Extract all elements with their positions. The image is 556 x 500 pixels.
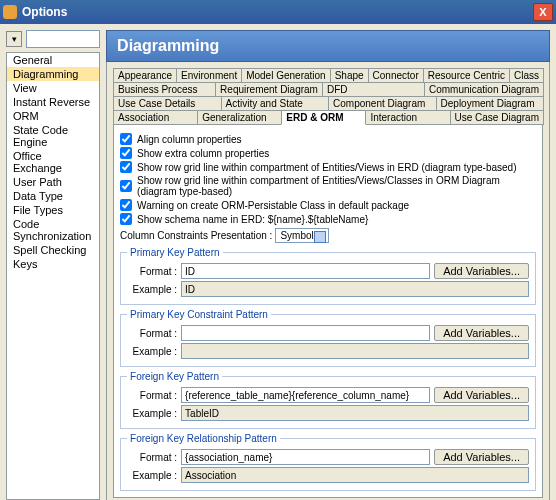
group-pk: Primary Key Pattern Format : Add Variabl… <box>120 247 536 305</box>
nav-item-data-type[interactable]: Data Type <box>7 189 99 203</box>
pkc-format-label: Format : <box>127 328 177 339</box>
chk-extra-label: Show extra column properties <box>137 148 269 159</box>
pk-example <box>181 281 529 297</box>
chk-grid-erd-label: Show row grid line within compartment of… <box>137 162 516 173</box>
nav-item-diagramming[interactable]: Diagramming <box>7 67 99 81</box>
nav-item-file-types[interactable]: File Types <box>7 203 99 217</box>
fkr-example-label: Example : <box>127 470 177 481</box>
tab-interaction[interactable]: Interaction <box>365 110 450 125</box>
group-fk: Foreign Key Pattern Format : Add Variabl… <box>120 371 536 429</box>
search-input[interactable] <box>26 30 100 48</box>
fkr-format-input[interactable] <box>181 449 430 465</box>
nav-item-user-path[interactable]: User Path <box>7 175 99 189</box>
tab-ucd[interactable]: Use Case Details <box>113 96 221 111</box>
pk-format-label: Format : <box>127 266 177 277</box>
title-bar: Options X <box>0 0 556 24</box>
window-title: Options <box>22 5 533 19</box>
pk-example-label: Example : <box>127 284 177 295</box>
group-fkr-legend: Foreign Key Relationship Pattern <box>127 433 280 444</box>
chk-grid-orm[interactable] <box>120 180 132 192</box>
pkc-format-input[interactable] <box>181 325 430 341</box>
fk-example <box>181 405 529 421</box>
chk-grid-orm-label: Show row grid line within compartment of… <box>137 175 536 197</box>
nav-item-instant-reverse[interactable]: Instant Reverse <box>7 95 99 109</box>
constraint-label: Column Constraints Presentation : <box>120 230 272 241</box>
nav-item-general[interactable]: General <box>7 53 99 67</box>
nav-item-view[interactable]: View <box>7 81 99 95</box>
tab-gen[interactable]: Generalization <box>197 110 282 125</box>
tab-comm[interactable]: Communication Diagram <box>424 82 544 97</box>
tab-bp[interactable]: Business Process <box>113 82 216 97</box>
chk-warn[interactable] <box>120 199 132 211</box>
tab-usecase[interactable]: Use Case Diagram <box>450 110 544 125</box>
app-icon <box>3 5 17 19</box>
tab-assoc[interactable]: Association <box>113 110 198 125</box>
tab-model-gen[interactable]: Model Generation <box>241 68 331 83</box>
pkc-example <box>181 343 529 359</box>
group-pk-legend: Primary Key Pattern <box>127 247 222 258</box>
chk-schema-label: Show schema name in ERD: ${name}.${table… <box>137 214 368 225</box>
tab-content: Align column properties Show extra colum… <box>113 124 543 498</box>
chk-warn-label: Warning on create ORM-Persistable Class … <box>137 200 409 211</box>
constraint-combo[interactable]: Symbol <box>275 228 328 243</box>
chk-schema[interactable] <box>120 213 132 225</box>
close-icon[interactable]: X <box>533 3 553 21</box>
tab-connector[interactable]: Connector <box>368 68 424 83</box>
chk-align-label: Align column properties <box>137 134 242 145</box>
page-title: Diagramming <box>106 30 550 62</box>
group-fkr: Foreign Key Relationship Pattern Format … <box>120 433 536 491</box>
fk-format-label: Format : <box>127 390 177 401</box>
pk-format-input[interactable] <box>181 263 430 279</box>
pkc-addvar-button[interactable]: Add Variables... <box>434 325 529 341</box>
tab-resource[interactable]: Resource Centric <box>423 68 510 83</box>
nav-item-state-code[interactable]: State Code Engine <box>7 123 99 149</box>
fkr-example <box>181 467 529 483</box>
tab-shape[interactable]: Shape <box>330 68 369 83</box>
tab-erd-orm[interactable]: ERD & ORM <box>281 110 366 125</box>
pkc-example-label: Example : <box>127 346 177 357</box>
tab-activity[interactable]: Activity and State <box>221 96 329 111</box>
tab-group: Appearance Environment Model Generation … <box>113 68 543 124</box>
expand-button[interactable]: ▾ <box>6 31 22 47</box>
chk-align[interactable] <box>120 133 132 145</box>
nav-item-spell[interactable]: Spell Checking <box>7 243 99 257</box>
fk-addvar-button[interactable]: Add Variables... <box>434 387 529 403</box>
tab-class[interactable]: Class <box>509 68 544 83</box>
sidebar: ▾ General Diagramming View Instant Rever… <box>6 30 100 500</box>
fk-example-label: Example : <box>127 408 177 419</box>
tab-component[interactable]: Component Diagram <box>328 96 436 111</box>
tab-appearance[interactable]: Appearance <box>113 68 177 83</box>
tab-deploy[interactable]: Deployment Diagram <box>436 96 544 111</box>
group-fk-legend: Foreign Key Pattern <box>127 371 222 382</box>
chk-extra[interactable] <box>120 147 132 159</box>
tab-dfd[interactable]: DFD <box>322 82 425 97</box>
group-pkc: Primary Key Constraint Pattern Format : … <box>120 309 536 367</box>
nav-item-orm[interactable]: ORM <box>7 109 99 123</box>
tab-req[interactable]: Requirement Diagram <box>215 82 323 97</box>
group-pkc-legend: Primary Key Constraint Pattern <box>127 309 271 320</box>
nav-item-keys[interactable]: Keys <box>7 257 99 271</box>
fkr-format-label: Format : <box>127 452 177 463</box>
chk-grid-erd[interactable] <box>120 161 132 173</box>
fk-format-input[interactable] <box>181 387 430 403</box>
fkr-addvar-button[interactable]: Add Variables... <box>434 449 529 465</box>
tab-environment[interactable]: Environment <box>176 68 242 83</box>
nav-item-code-sync[interactable]: Code Synchronization <box>7 217 99 243</box>
nav-item-office[interactable]: Office Exchange <box>7 149 99 175</box>
nav-list: General Diagramming View Instant Reverse… <box>6 52 100 500</box>
pk-addvar-button[interactable]: Add Variables... <box>434 263 529 279</box>
